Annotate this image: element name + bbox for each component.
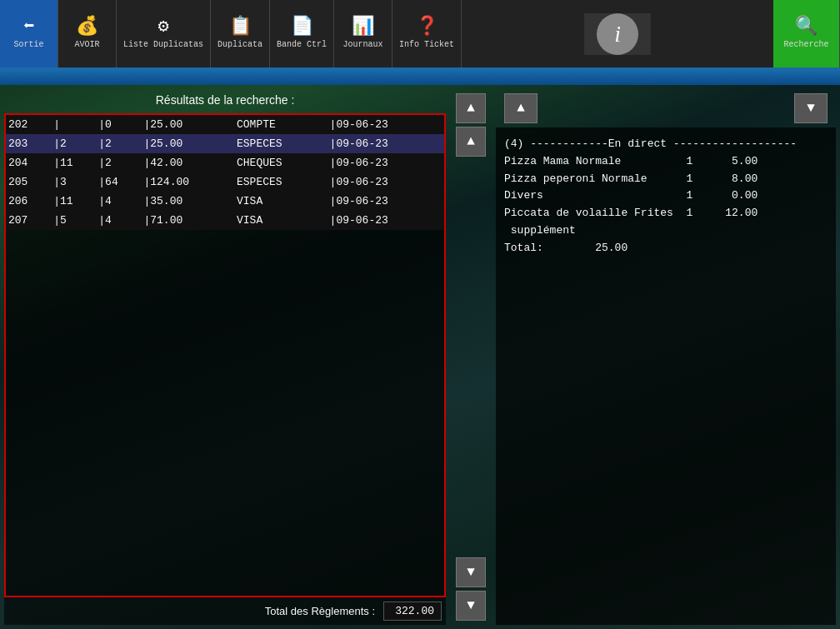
right-panel: ▲ ▼ (4) ------------En direct ----------… xyxy=(492,85,840,629)
table-row[interactable]: 207|5|4|71.00VISA|09-06-23 xyxy=(6,211,444,230)
ticket-line: Pizza Mama Normale 1 5.00 xyxy=(504,153,828,171)
total-value: 322.00 xyxy=(383,602,442,621)
ticket-line: Pizza peperoni Normale 1 8.00 xyxy=(504,171,828,188)
info-circle-icon: i xyxy=(597,13,638,55)
liste-duplicatas-icon: ⚙ xyxy=(158,18,168,37)
right-scroll-up-button[interactable]: ▲ xyxy=(504,93,538,123)
avoir-button[interactable]: 💰 AVOIR xyxy=(58,0,117,67)
main-content: Résultats de la recherche : 202||0|25.00… xyxy=(0,85,840,629)
sortie-button[interactable]: ⬅ Sortie xyxy=(0,0,58,67)
journaux-icon: 📊 xyxy=(352,18,374,37)
liste-duplicatas-button[interactable]: ⚙ Liste Duplicatas xyxy=(117,0,211,67)
info-ticket-icon: ❓ xyxy=(416,18,438,37)
toolbar: ⬅ Sortie 💰 AVOIR ⚙ Liste Duplicatas 📋 Du… xyxy=(0,0,840,70)
right-scroll-row: ▲ ▼ xyxy=(496,89,836,127)
scroll-up-double-button[interactable]: ▲ xyxy=(456,93,486,123)
ticket-line: (4) ------------En direct --------------… xyxy=(504,136,828,153)
sortie-icon: ⬅ xyxy=(23,18,34,37)
blue-separator xyxy=(0,70,840,85)
scroll-top-group: ▲ ▲ xyxy=(456,93,486,157)
ticket-display: (4) ------------En direct --------------… xyxy=(496,127,836,625)
sortie-label: Sortie xyxy=(13,40,43,49)
table-row[interactable]: 206|11|4|35.00VISA|09-06-23 xyxy=(6,192,444,211)
avoir-icon: 💰 xyxy=(76,18,98,37)
bande-ctrl-button[interactable]: 📄 Bande Ctrl xyxy=(270,0,334,67)
recherche-button[interactable]: 🔍 Recherche xyxy=(773,0,840,67)
toolbar-spacer: i xyxy=(462,0,773,67)
ticket-line: Piccata de volaille Frites 1 12.00 xyxy=(504,205,828,222)
journaux-label: Journaux xyxy=(343,40,383,49)
duplicata-button[interactable]: 📋 Duplicata xyxy=(211,0,270,67)
table-row[interactable]: 203|2|2|25.00ESPECES|09-06-23 xyxy=(6,134,444,153)
duplicata-icon: 📋 xyxy=(229,18,252,37)
left-panel: Résultats de la recherche : 202||0|25.00… xyxy=(0,85,450,629)
ticket-line: Divers 1 0.00 xyxy=(504,187,828,205)
scroll-down-single-button[interactable]: ▼ xyxy=(456,557,486,587)
results-table: 202||0|25.00COMPTE|09-06-23203|2|2|25.00… xyxy=(6,115,444,230)
ticket-line: supplément xyxy=(504,222,828,240)
avoir-label: AVOIR xyxy=(74,40,99,49)
journaux-button[interactable]: 📊 Journaux xyxy=(334,0,392,67)
scroll-up-single-button[interactable]: ▲ xyxy=(456,127,486,157)
recherche-label: Recherche xyxy=(783,40,828,49)
search-results-label: Résultats de la recherche : xyxy=(4,93,446,107)
info-area: i xyxy=(584,13,651,55)
bande-ctrl-icon: 📄 xyxy=(291,18,313,37)
table-row[interactable]: 204|11|2|42.00CHEQUES|09-06-23 xyxy=(6,153,444,172)
total-label: Total des Règlements : xyxy=(8,605,383,617)
info-ticket-button[interactable]: ❓ Info Ticket xyxy=(392,0,462,67)
duplicata-label: Duplicata xyxy=(218,40,262,49)
recherche-icon: 🔍 xyxy=(795,18,818,37)
scroll-buttons-panel: ▲ ▲ ▼ ▼ xyxy=(450,85,492,629)
right-scroll-down-button[interactable]: ▼ xyxy=(794,93,828,123)
table-row[interactable]: 202||0|25.00COMPTE|09-06-23 xyxy=(6,115,444,134)
table-row[interactable]: 205|3|64|124.00ESPECES|09-06-23 xyxy=(6,172,444,192)
results-table-wrapper: 202||0|25.00COMPTE|09-06-23203|2|2|25.00… xyxy=(4,113,446,597)
info-ticket-label: Info Ticket xyxy=(399,40,454,49)
scroll-down-double-button[interactable]: ▼ xyxy=(456,591,486,621)
liste-duplicatas-label: Liste Duplicatas xyxy=(123,40,203,49)
bande-ctrl-label: Bande Ctrl xyxy=(277,40,327,49)
total-row: Total des Règlements : 322.00 xyxy=(4,597,446,625)
scroll-bottom-group: ▼ ▼ xyxy=(456,557,486,621)
ticket-line: Total: 25.00 xyxy=(504,240,828,257)
